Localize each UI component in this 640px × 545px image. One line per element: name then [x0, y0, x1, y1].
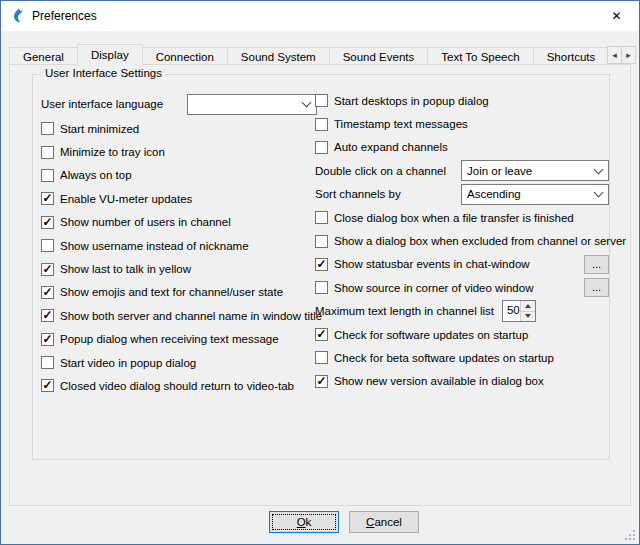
spin-up-button[interactable]	[521, 301, 535, 311]
video-source-ellipsis-button[interactable]: ...	[584, 278, 609, 297]
checkbox-box[interactable]	[315, 351, 328, 364]
video-source-row: Show source in corner of video window ..…	[315, 276, 609, 299]
checkbox-start-video-popup[interactable]: Start video in popup dialog	[41, 351, 317, 374]
checkbox-show-new-version-dialog[interactable]: Show new version available in dialog box	[315, 370, 609, 393]
tab-display[interactable]: Display	[77, 44, 143, 65]
ok-button[interactable]: Ok	[269, 511, 339, 533]
double-click-channel-row: Double click on a channel Join or leave	[315, 159, 609, 182]
checkbox-popup-dialog-text-message[interactable]: Popup dialog when receiving text message	[41, 328, 317, 351]
tab-sound-events[interactable]: Sound Events	[330, 47, 429, 65]
checkbox-box[interactable]	[41, 356, 54, 369]
tab-connection[interactable]: Connection	[143, 47, 228, 65]
checkbox-label: Start desktops in popup dialog	[334, 95, 489, 107]
spinner-value: 50	[503, 301, 520, 321]
close-button[interactable]: ✕	[594, 1, 639, 30]
tab-general[interactable]: General	[9, 47, 78, 65]
chevron-down-icon	[594, 188, 604, 198]
checkbox-show-emojis-text-state[interactable]: Show emojis and text for channel/user st…	[41, 281, 317, 304]
spin-up-icon	[525, 304, 531, 308]
checkbox-label: Minimize to tray icon	[60, 146, 165, 158]
checkbox-label: Start minimized	[60, 123, 139, 135]
checkbox-label: Check for software updates on startup	[334, 329, 528, 341]
checkbox-box[interactable]	[315, 94, 328, 107]
combo-value: Join or leave	[467, 165, 532, 177]
max-text-length-row: Maximum text length in channel list 50	[315, 300, 609, 323]
checkbox-box[interactable]	[41, 333, 54, 346]
statusbar-events-row: Show statusbar events in chat-window ...	[315, 253, 609, 276]
tab-scroll-right-button[interactable]: ▸	[621, 46, 636, 64]
checkbox-show-last-to-talk-yellow[interactable]: Show last to talk in yellow	[41, 257, 317, 280]
checkbox-box[interactable]	[315, 118, 328, 131]
chevron-down-icon	[594, 164, 604, 174]
checkbox-box[interactable]	[41, 379, 54, 392]
checkbox-enable-vu-meter[interactable]: Enable VU-meter updates	[41, 187, 317, 210]
preferences-window: Preferences ✕ General Display Connection…	[0, 0, 640, 545]
checkbox-show-source-video-window[interactable]: Show source in corner of video window	[315, 281, 533, 294]
display-tab-pane: User Interface Settings User interface l…	[9, 64, 631, 506]
window-title: Preferences	[32, 9, 97, 23]
checkbox-box[interactable]	[41, 286, 54, 299]
sort-channels-combobox[interactable]: Ascending	[461, 184, 609, 205]
cancel-button[interactable]: Cancel	[349, 511, 419, 533]
checkbox-auto-expand-channels[interactable]: Auto expand channels	[315, 136, 609, 159]
tab-sound-system[interactable]: Sound System	[228, 47, 330, 65]
checkbox-close-dialog-file-transfer[interactable]: Close dialog box when a file transfer is…	[315, 206, 609, 229]
checkbox-show-statusbar-events[interactable]: Show statusbar events in chat-window	[315, 258, 530, 271]
checkbox-box[interactable]	[315, 141, 328, 154]
statusbar-events-ellipsis-button[interactable]: ...	[584, 255, 609, 274]
language-label: User interface language	[41, 98, 163, 110]
double-click-label: Double click on a channel	[315, 165, 446, 177]
checkbox-box[interactable]	[41, 216, 54, 229]
checkbox-show-server-channel-window-title[interactable]: Show both server and channel name in win…	[41, 304, 317, 327]
checkbox-box[interactable]	[315, 375, 328, 388]
checkbox-show-username-instead-nickname[interactable]: Show username instead of nickname	[41, 234, 317, 257]
language-combobox[interactable]	[187, 94, 317, 115]
checkbox-closed-video-return-video-tab[interactable]: Closed video dialog should return to vid…	[41, 374, 317, 397]
checkbox-label: Show statusbar events in chat-window	[334, 258, 530, 270]
checkbox-label: Always on top	[60, 169, 132, 181]
checkbox-label: Check for beta software updates on start…	[334, 352, 554, 364]
checkbox-box[interactable]	[41, 146, 54, 159]
tab-shortcuts[interactable]: Shortcuts	[534, 47, 610, 65]
checkbox-show-dialog-excluded[interactable]: Show a dialog box when excluded from cha…	[315, 229, 609, 252]
checkbox-check-software-updates[interactable]: Check for software updates on startup	[315, 323, 609, 346]
resize-grip[interactable]	[633, 538, 635, 540]
checkbox-box[interactable]	[315, 211, 328, 224]
checkbox-box[interactable]	[315, 281, 328, 294]
tab-bar: General Display Connection Sound System …	[9, 44, 618, 65]
checkbox-box[interactable]	[41, 169, 54, 182]
tab-scroll-left-button[interactable]: ◂	[607, 46, 622, 64]
titlebar[interactable]: Preferences ✕	[1, 1, 639, 31]
spin-down-button[interactable]	[521, 311, 535, 322]
checkbox-timestamp-text-messages[interactable]: Timestamp text messages	[315, 112, 609, 135]
checkbox-box[interactable]	[315, 235, 328, 248]
checkbox-box[interactable]	[41, 263, 54, 276]
checkbox-check-beta-updates[interactable]: Check for beta software updates on start…	[315, 346, 609, 369]
left-column: User interface language Start minimized …	[41, 91, 317, 398]
double-click-combobox[interactable]: Join or leave	[461, 160, 609, 181]
language-row: User interface language	[41, 91, 317, 117]
checkbox-box[interactable]	[41, 122, 54, 135]
checkbox-start-minimized[interactable]: Start minimized	[41, 117, 317, 140]
checkbox-start-desktops-popup[interactable]: Start desktops in popup dialog	[315, 89, 609, 112]
chevron-down-icon	[302, 98, 312, 108]
spin-down-icon	[525, 314, 531, 318]
checkbox-box[interactable]	[41, 239, 54, 252]
tab-scroller: ◂ ▸	[608, 46, 636, 64]
tab-text-to-speech[interactable]: Text To Speech	[428, 47, 533, 65]
max-text-length-spinner[interactable]: 50	[502, 300, 536, 322]
checkbox-box[interactable]	[41, 192, 54, 205]
checkbox-always-on-top[interactable]: Always on top	[41, 164, 317, 187]
checkbox-show-number-of-users[interactable]: Show number of users in channel	[41, 211, 317, 234]
checkbox-label: Show number of users in channel	[60, 216, 231, 228]
checkbox-label: Timestamp text messages	[334, 118, 468, 130]
teamtalk-logo-icon	[10, 8, 26, 24]
checkbox-label: Show source in corner of video window	[334, 282, 533, 294]
checkbox-label: Show last to talk in yellow	[60, 263, 191, 275]
checkbox-box[interactable]	[41, 309, 54, 322]
checkbox-minimize-to-tray[interactable]: Minimize to tray icon	[41, 140, 317, 163]
checkbox-box[interactable]	[315, 258, 328, 271]
checkbox-label: Closed video dialog should return to vid…	[60, 380, 294, 392]
checkbox-box[interactable]	[315, 328, 328, 341]
sort-channels-row: Sort channels by Ascending	[315, 183, 609, 206]
